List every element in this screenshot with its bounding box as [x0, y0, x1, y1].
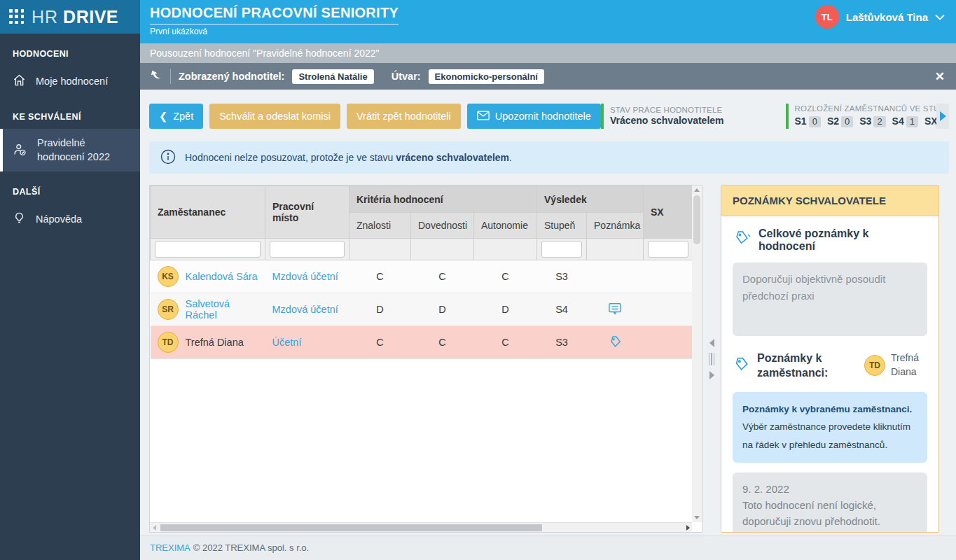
col-header-level[interactable]: Stupeň — [537, 213, 587, 239]
chevron-left-icon: ❮ — [159, 111, 167, 122]
skills-grade: C — [411, 260, 474, 293]
employee-name: Trefná Diana — [891, 351, 927, 379]
expand-right-icon — [940, 111, 946, 121]
viewer-label: Zobrazený hodnotitel: — [179, 71, 284, 82]
splitter-right-icon[interactable] — [709, 371, 714, 379]
back-up-arrow-icon[interactable] — [148, 68, 162, 85]
scroll-right-icon[interactable] — [686, 525, 690, 531]
status-caption: STAV PRÁCE HODNOTITELE — [610, 105, 724, 115]
level-s1-count: 0 — [809, 116, 821, 127]
level-value: S3 — [537, 326, 587, 359]
info-icon — [160, 149, 176, 167]
table-row-salvetova[interactable]: SRSalvetová Ráchel Mzdová účetní D D D S… — [151, 293, 693, 326]
body-row: Zaměstananec Pracovní místo Kritéria hod… — [149, 185, 949, 533]
close-icon[interactable]: ✕ — [935, 69, 945, 84]
hscroll-thumb[interactable] — [160, 524, 542, 531]
employee-notes-hint: Poznámky k vybranému zaměstnanci. Výběr … — [733, 392, 927, 463]
job-link[interactable]: Účetní — [272, 337, 302, 348]
approver-notes-panel: POZNÁMKY SCHVALOVATELE Celkové poznámky … — [721, 185, 939, 533]
note-date: 9. 2. 2022 — [742, 481, 917, 497]
level-s3-count: 2 — [873, 116, 885, 127]
scroll-up-icon[interactable] — [694, 188, 700, 192]
sx-cell — [644, 260, 693, 293]
autonomy-grade: C — [474, 326, 537, 359]
panel-splitter[interactable] — [702, 185, 721, 533]
employee-name-link[interactable]: Salvetová Ráchel — [186, 298, 258, 321]
col-header-note[interactable]: Poznámka — [587, 213, 644, 239]
job-link[interactable]: Mzdová účetní — [272, 304, 338, 315]
tag-icon[interactable] — [609, 339, 621, 350]
notify-evaluator-button[interactable]: Upozornit hodnotitele — [467, 104, 601, 129]
sidebar-item-moje-hodnoceni[interactable]: Moje hodnocení — [0, 66, 140, 97]
col-header-knowledge[interactable]: Znalosti — [349, 213, 411, 239]
level-value: S3 — [537, 260, 587, 293]
table-row-trefna-selected[interactable]: TDTrefná Diana Účetní C C C S3 — [151, 326, 693, 359]
filter-level-input[interactable] — [541, 241, 582, 258]
col-header-job[interactable]: Pracovní místo — [265, 186, 349, 239]
sidebar-section-ke-schvaleni: KE SCHVÁLENÍ — [0, 97, 140, 129]
chevron-down-icon[interactable] — [935, 10, 945, 23]
employee-name[interactable]: Trefná Diana — [186, 337, 244, 348]
skills-grade: D — [411, 293, 474, 326]
distribution-levels: S10 S20 S32 S41 SX0 Nápověda — [795, 115, 936, 129]
table-horizontal-scrollbar[interactable] — [150, 522, 692, 532]
employee-notes-row: Poznámky k zaměstnanci: TD Trefná Diana — [733, 351, 927, 381]
user-menu[interactable]: TL Laštůvková Tina — [815, 0, 945, 34]
app-logo[interactable]: HR DRIVE — [0, 0, 140, 34]
employee-avatar: KS — [158, 266, 179, 287]
autonomy-grade: C — [474, 260, 537, 293]
scroll-down-icon[interactable] — [694, 516, 700, 519]
table-vertical-scrollbar[interactable] — [692, 186, 702, 522]
sidebar-item-napoveda[interactable]: Nápověda — [0, 204, 140, 234]
filter-job-input[interactable] — [270, 241, 345, 258]
page-title: HODNOCENÍ PRACOVNÍ SENIORITY — [150, 5, 399, 24]
table-row-kalendova[interactable]: KSKalendová Sára Mzdová účetní C C C S3 — [151, 260, 693, 293]
splitter-grip[interactable] — [709, 353, 715, 365]
level-s4: S41 — [892, 115, 918, 128]
viewer-value-badge: Strolená Natálie — [292, 69, 373, 84]
note-cell — [587, 260, 644, 293]
trexima-link[interactable]: TREXIMA — [150, 542, 190, 553]
employee-table: Zaměstananec Pracovní místo Kritéria hod… — [149, 185, 702, 533]
level-value: S4 — [537, 293, 587, 326]
sx-cell — [644, 326, 693, 359]
sidebar-item-pravidelne-hodnoceni[interactable]: Pravidelné hodnocení 2022 — [0, 129, 140, 172]
filter-sx-input[interactable] — [648, 241, 688, 258]
splitter-left-icon[interactable] — [709, 339, 714, 347]
sidebar-section-hodnoceni: HODNOCENI — [0, 34, 140, 66]
back-button[interactable]: ❮ Zpět — [149, 104, 203, 129]
employee-name-link[interactable]: Kalendová Sára — [186, 271, 258, 282]
col-header-skills[interactable]: Dovednosti — [411, 213, 474, 239]
level-s4-count: 1 — [906, 116, 918, 127]
employee-avatar: TD — [158, 332, 179, 353]
copyright-text: © 2022 TREXIMA spol. s r.o. — [193, 542, 309, 553]
filter-employee-input[interactable] — [155, 241, 261, 258]
lightbulb-icon — [13, 211, 26, 227]
sidebar: HR DRIVE HODNOCENI Moje hodnocení KE SCH… — [0, 0, 140, 560]
col-header-sx[interactable]: SX — [644, 186, 693, 239]
overall-note-box: Doporučuji objektivně posoudit předchozí… — [733, 262, 927, 336]
autonomy-grade: D — [474, 293, 537, 326]
col-header-autonomy[interactable]: Autonomie — [474, 213, 537, 239]
approve-send-button[interactable]: Schválit a odeslat komisi — [209, 104, 340, 129]
logo-drive-text: DRIVE — [63, 7, 118, 27]
sidebar-section-dalsi: DALŠÍ — [0, 172, 140, 204]
expand-panel-strip[interactable] — [936, 104, 949, 129]
scroll-left-icon[interactable] — [153, 525, 156, 531]
col-header-employee[interactable]: Zaměstananec — [151, 186, 265, 239]
job-link[interactable]: Mzdová účetní — [272, 271, 338, 282]
context-bar: Zobrazený hodnotitel: Strolená Natálie Ú… — [140, 63, 956, 90]
home-icon — [13, 74, 26, 89]
user-name: Laštůvková Tina — [846, 11, 928, 23]
return-to-evaluator-button[interactable]: Vrátit zpět hodnotiteli — [347, 104, 461, 129]
app-launcher-grid-icon[interactable] — [9, 9, 25, 24]
level-s3: S32 — [859, 115, 885, 128]
comment-icon[interactable] — [608, 306, 622, 317]
envelope-icon — [477, 111, 490, 122]
sidebar-item-label: Pravidelné hodnocení 2022 — [37, 136, 127, 164]
knowledge-grade: C — [349, 260, 411, 293]
user-avatar[interactable]: TL — [815, 5, 839, 29]
knowledge-grade: D — [349, 293, 411, 326]
vscroll-thumb[interactable] — [693, 195, 700, 244]
sidebar-item-label: Nápověda — [36, 214, 82, 225]
